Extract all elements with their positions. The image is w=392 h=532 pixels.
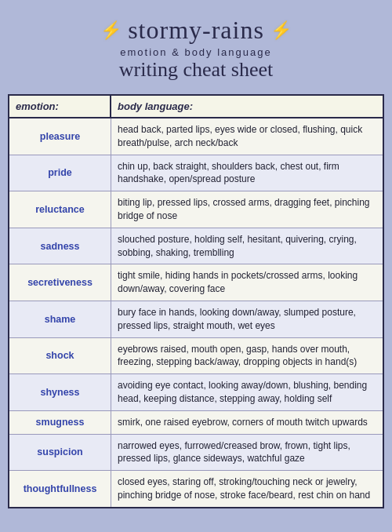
emotion-cell: pride	[9, 155, 111, 191]
title-row: ⚡ stormy-rains ⚡	[8, 16, 384, 45]
body-language-cell: bury face in hands, looking down/away, s…	[111, 301, 383, 337]
subtitle2: writing cheat sheet	[8, 58, 384, 82]
emotion-cell: shyness	[9, 374, 111, 410]
body-language-cell: narrowed eyes, furrowed/creased brow, fr…	[111, 435, 383, 471]
table-row: shamebury face in hands, looking down/aw…	[9, 301, 383, 338]
table-row: pleasurehead back, parted lips, eyes wid…	[9, 118, 383, 155]
page-header: ⚡ stormy-rains ⚡ emotion & body language…	[8, 8, 384, 88]
emotion-cell: reluctance	[9, 191, 111, 228]
body-language-cell: slouched posture, holding self, hesitant…	[111, 228, 383, 264]
emotion-cell: secretiveness	[9, 264, 111, 301]
cheat-sheet-table: emotion: body language: pleasurehead bac…	[8, 94, 384, 508]
table-body: pleasurehead back, parted lips, eyes wid…	[9, 118, 383, 507]
subtitle1: emotion & body language	[8, 46, 384, 58]
table-row: thoughtfullnessclosed eyes, staring off,…	[9, 471, 383, 507]
body-language-cell: eyebrows raised, mouth open, gasp, hands…	[111, 338, 383, 374]
emotion-cell: shame	[9, 301, 111, 337]
table-row: smugnesssmirk, one raised eyebrow, corne…	[9, 411, 383, 435]
emotion-cell: shock	[9, 338, 111, 374]
emotion-cell: sadness	[9, 228, 111, 264]
body-language-header: body language:	[111, 96, 383, 117]
emotion-cell: pleasure	[9, 118, 111, 155]
body-language-cell: chin up, back straight, shoulders back, …	[111, 155, 383, 191]
emotion-cell: smugness	[9, 411, 111, 434]
emotion-cell: thoughtfullness	[9, 471, 111, 507]
table-row: secretivenesstight smile, hiding hands i…	[9, 264, 383, 301]
table-row: pridechin up, back straight, shoulders b…	[9, 155, 383, 192]
table-row: shockeyebrows raised, mouth open, gasp, …	[9, 338, 383, 375]
body-language-cell: biting lip, pressed lips, crossed arms, …	[111, 191, 383, 228]
main-title: stormy-rains	[128, 16, 264, 45]
table-header: emotion: body language:	[9, 96, 383, 118]
table-row: reluctancebiting lip, pressed lips, cros…	[9, 191, 383, 228]
emotion-cell: suspicion	[9, 435, 111, 471]
body-language-cell: closed eyes, staring off, stroking/touch…	[111, 471, 383, 507]
body-language-cell: head back, parted lips, eyes wide or clo…	[111, 118, 383, 155]
lightning-left-icon: ⚡	[100, 20, 122, 41]
table-row: suspicionnarrowed eyes, furrowed/creased…	[9, 435, 383, 472]
lightning-right-icon: ⚡	[270, 20, 292, 41]
body-language-cell: avoiding eye contact, looking away/down,…	[111, 374, 383, 410]
body-language-cell: tight smile, hiding hands in pockets/cro…	[111, 264, 383, 301]
emotion-header: emotion:	[9, 96, 111, 117]
body-language-cell: smirk, one raised eyebrow, corners of mo…	[111, 411, 383, 434]
table-row: sadnessslouched posture, holding self, h…	[9, 228, 383, 265]
table-row: shynessavoiding eye contact, looking awa…	[9, 374, 383, 411]
